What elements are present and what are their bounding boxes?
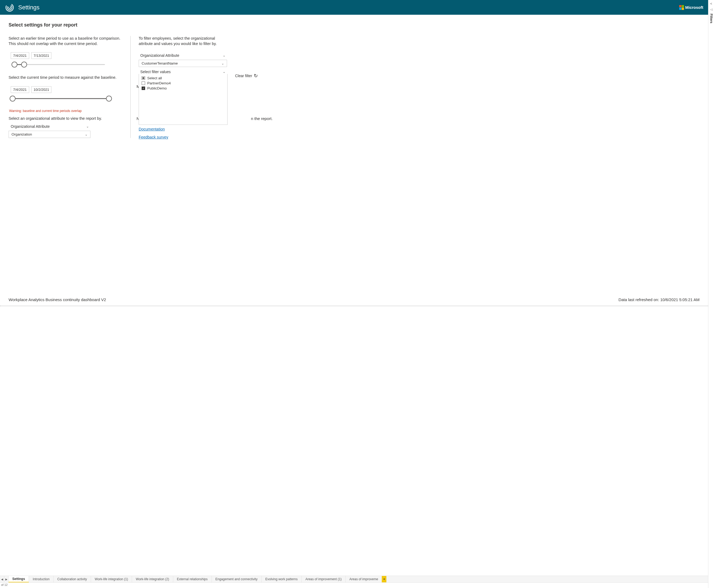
tab-collaboration-activity[interactable]: Collaboration activity [53,576,91,582]
checkbox-indeterminate-icon [142,76,145,80]
microsoft-logo: Microsoft [679,5,704,10]
chevron-down-icon: ⌄ [223,70,225,74]
tab-work-life-2[interactable]: Work-life integration (2) [132,576,173,582]
documentation-link[interactable]: Documentation [139,127,168,131]
section-title: Select settings for your report [8,22,699,28]
filter-org-attr-value: CustomerTenantName [142,61,178,65]
expand-filters-icon[interactable]: ◁ [710,8,712,11]
tab-evolving-work[interactable]: Evolving work patterns [262,576,302,582]
option-label: PublicDemo [147,86,167,90]
slider-handle-start[interactable] [9,96,16,102]
filter-org-attr-label: Organizational Attribute [140,53,179,58]
undo-icon: ↺ [254,74,258,78]
page-count-label: of 12 [0,583,708,588]
slider-handle-end[interactable] [106,96,112,102]
clear-filter-label: Clear filter [235,74,252,78]
select-filter-label: Select filter values [140,70,171,74]
org-attr-intro-text: Select an organizational attribute to vi… [8,116,122,121]
current-start-date[interactable]: 7/4/2021 [11,86,29,93]
clear-filter-button[interactable]: Clear filter ↺ [235,74,258,78]
tab-work-life-1[interactable]: Work-life integration (1) [91,576,132,582]
filters-pane-label[interactable]: Filters [710,14,713,23]
svg-point-2 [8,6,11,9]
filter-intro-text: To filter employees, select the organiza… [139,36,222,46]
current-date-slider[interactable] [11,94,111,103]
current-intro-text: Select the current time period to measur… [8,75,122,80]
chevron-down-icon: ⌄ [85,133,88,136]
tabs-scroll-left-button[interactable]: ◀ [0,576,4,582]
baseline-intro-text: Select an earlier time period to use as … [8,36,122,46]
svg-point-1 [6,4,13,11]
filter-org-attr-header[interactable]: Organizational Attribute ⌄ [139,52,227,60]
app-logo-icon [5,3,15,12]
page-title: Settings [18,4,40,11]
baseline-date-slider[interactable] [11,61,107,68]
checkbox-checked-icon: ✓ [142,86,145,90]
svg-point-0 [5,3,15,12]
filter-org-attr-dropdown[interactable]: CustomerTenantName ⌄ [139,60,227,67]
chevron-down-icon: ⌄ [223,54,225,57]
chevron-down-icon[interactable]: ⌄ [86,125,89,128]
org-attr-dropdown[interactable]: Organization ⌄ [8,131,90,138]
tabs-scroll-right-button[interactable]: ▶ [4,576,8,582]
page-tabs: ◀ ▶ Settings Introduction Collaboration … [0,576,708,583]
feedback-link[interactable]: Feedback survey [139,135,168,139]
app-header: Settings Microsoft [0,0,708,15]
tab-introduction[interactable]: Introduction [29,576,53,582]
overlap-warning-text: Warning: baseline and current time perio… [9,109,122,113]
tab-settings[interactable]: Settings [8,576,29,582]
data-refreshed-text: Data last refreshed on: 10/6/2021 5:05:2… [619,297,699,302]
current-end-date[interactable]: 10/2/2021 [31,86,52,93]
tab-areas-improvement-1[interactable]: Areas of improvement (1) [302,576,346,582]
filters-pane-collapsed[interactable]: < ◁ Filters [708,0,714,588]
option-select-all[interactable]: Select all [142,76,224,81]
filter-values-listbox[interactable]: Select all PartnerDemo4 ✓ PublicDemo [139,74,228,125]
checkbox-unchecked-icon [142,81,145,85]
chevron-down-icon: ⌄ [221,62,224,65]
dashboard-name: Workplace Analytics Business continuity … [8,297,106,302]
option-label: PartnerDemo4 [147,81,171,85]
microsoft-label: Microsoft [685,5,704,9]
option-publicdemo[interactable]: ✓ PublicDemo [142,86,224,91]
tab-areas-improvement-2[interactable]: Areas of improveme [346,576,382,582]
slider-handle-start[interactable] [12,62,17,67]
baseline-start-date[interactable]: 7/4/2021 [11,52,29,59]
option-label: Select all [147,76,162,80]
chevron-left-icon[interactable]: < [710,2,712,5]
option-partnerdemo4[interactable]: PartnerDemo4 [142,81,224,86]
org-attr-value: Organization [12,132,32,136]
add-page-button[interactable]: + [382,576,387,582]
baseline-end-date[interactable]: 7/13/2021 [31,52,52,59]
org-attr-label: Organizational Attribute [11,124,50,129]
tab-engagement[interactable]: Engagement and connectivity [212,576,262,582]
microsoft-icon [679,5,684,10]
slider-handle-end[interactable] [21,62,27,67]
tab-external-relationships[interactable]: External relationships [173,576,212,582]
